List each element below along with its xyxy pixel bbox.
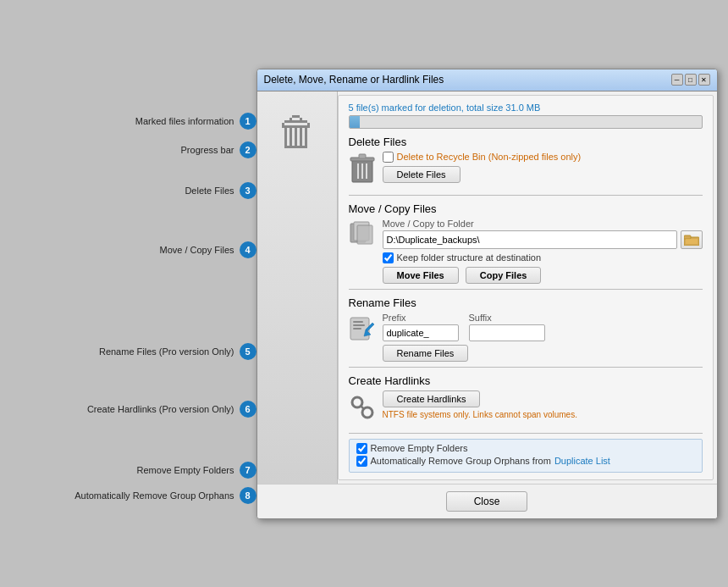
keep-structure-label: Keep folder structure at destination xyxy=(397,252,542,263)
svg-rect-15 xyxy=(353,328,361,329)
rename-content: Prefix Suffix Rename Files xyxy=(349,313,703,362)
suffix-input[interactable] xyxy=(469,324,545,341)
annotation-badge-3: 3 xyxy=(240,182,256,199)
rename-controls: Prefix Suffix Rename Files xyxy=(383,313,703,362)
annotation-label-3: Delete Files xyxy=(185,186,234,196)
annotation-badge-5: 5 xyxy=(240,343,256,360)
titlebar-controls: ─ □ ✕ xyxy=(671,74,710,86)
delete-content: Delete to Recycle Bin (Non-zipped files … xyxy=(349,152,703,190)
divider-3 xyxy=(349,367,703,368)
delete-section: Delete Files xyxy=(349,136,703,190)
move-copy-controls: Move / Copy to Folder xyxy=(383,219,703,284)
svg-rect-11 xyxy=(686,239,698,244)
annotation-label-2: Progress bar xyxy=(181,145,234,155)
trash-icon: 🗑 xyxy=(277,108,317,484)
remove-empty-label: Remove Empty Folders xyxy=(371,443,468,453)
close-button[interactable]: Close xyxy=(446,491,528,512)
hardlinks-icon xyxy=(349,392,376,428)
move-files-button[interactable]: Move Files xyxy=(383,267,459,284)
delete-controls: Delete to Recycle Bin (Non-zipped files … xyxy=(383,152,703,183)
annotation-label-6: Create Hardlinks (Pro version Only) xyxy=(87,404,234,414)
annotation-badge-6: 6 xyxy=(240,401,256,418)
copy-files-button[interactable]: Copy Files xyxy=(466,267,542,284)
maximize-button[interactable]: □ xyxy=(685,74,697,86)
delete-icon xyxy=(349,153,376,190)
main-dialog: Delete, Move, Rename or Hardlink Files ─… xyxy=(256,69,718,519)
hardlinks-content: Create Hardlinks NTFS file systems only.… xyxy=(349,390,703,428)
info-bar: 5 file(s) marked for deletion, total siz… xyxy=(349,102,703,129)
rename-fields: Prefix Suffix xyxy=(383,313,703,341)
marked-files-info: 5 file(s) marked for deletion, total siz… xyxy=(349,102,703,113)
close-area: Close xyxy=(257,484,717,518)
annotation-label-5: Rename Files (Pro version Only) xyxy=(99,346,234,357)
annotation-badge-8: 8 xyxy=(240,487,256,504)
folder-browse-button[interactable] xyxy=(681,230,703,249)
left-panel: 🗑 xyxy=(257,91,338,484)
dialog-titlebar: Delete, Move, Rename or Hardlink Files ─… xyxy=(257,69,717,91)
keep-structure-row: Keep folder structure at destination xyxy=(383,252,703,263)
progress-bar-container xyxy=(349,115,703,129)
recycle-bin-row: Delete to Recycle Bin (Non-zipped files … xyxy=(383,152,703,163)
rename-files-button[interactable]: Rename Files xyxy=(383,345,469,362)
move-copy-icon xyxy=(349,220,376,257)
annotation-label-4: Move / Copy Files xyxy=(159,245,234,255)
annotation-badge-4: 4 xyxy=(240,241,256,258)
rename-header: Rename Files xyxy=(349,296,703,309)
dialog-title: Delete, Move, Rename or Hardlink Files xyxy=(264,74,444,86)
minimize-button[interactable]: ─ xyxy=(671,74,683,86)
remove-orphans-label: Automatically Remove Group Orphans from xyxy=(371,456,551,466)
delete-header: Delete Files xyxy=(349,136,703,148)
remove-empty-row: Remove Empty Folders xyxy=(356,443,695,454)
divider-1 xyxy=(349,195,703,196)
folder-label: Move / Copy to Folder xyxy=(383,219,703,229)
svg-rect-14 xyxy=(353,324,365,326)
rename-section: Rename Files xyxy=(349,296,703,362)
suffix-label: Suffix xyxy=(469,313,545,323)
annotation-label-7: Remove Empty Folders xyxy=(137,465,234,475)
remove-orphans-checkbox[interactable] xyxy=(356,456,367,467)
svg-rect-10 xyxy=(684,235,691,239)
recycle-bin-label: Delete to Recycle Bin (Non-zipped files … xyxy=(397,152,582,162)
folder-row xyxy=(383,230,703,249)
create-hardlinks-button[interactable]: Create Hardlinks xyxy=(383,390,481,407)
move-copy-button-row: Move Files Copy Files xyxy=(383,267,703,284)
bottom-checkboxes: Remove Empty Folders Automatically Remov… xyxy=(349,439,703,473)
hardlinks-controls: Create Hardlinks NTFS file systems only.… xyxy=(383,390,703,419)
svg-line-18 xyxy=(361,406,364,409)
hardlinks-section: Create Hardlinks Create Hardlinks NTFS f… xyxy=(349,374,703,428)
dialog-body: 🗑 5 file(s) marked for deletion, total s… xyxy=(257,91,717,484)
close-button-titlebar[interactable]: ✕ xyxy=(698,74,710,86)
prefix-group: Prefix xyxy=(383,313,459,341)
annotation-badge-7: 7 xyxy=(240,462,256,479)
hardlinks-header: Create Hardlinks xyxy=(349,374,703,387)
progress-bar-fill xyxy=(350,116,360,128)
delete-files-button[interactable]: Delete Files xyxy=(383,166,461,183)
annotations-panel: Marked files information 1 Progress bar … xyxy=(11,69,256,504)
move-copy-content: Move / Copy to Folder xyxy=(349,219,703,284)
keep-structure-checkbox[interactable] xyxy=(383,252,394,263)
annotation-label-1: Marked files information xyxy=(135,116,234,126)
remove-orphans-row: Automatically Remove Group Orphans from … xyxy=(356,456,695,467)
annotation-label-8: Automatically Remove Group Orphans xyxy=(74,490,234,501)
svg-rect-13 xyxy=(353,321,363,323)
move-copy-section: Move / Copy Files Move / Copy to Folder xyxy=(349,202,703,284)
rename-icon xyxy=(349,314,376,347)
right-panel: 5 file(s) marked for deletion, total siz… xyxy=(338,95,714,480)
move-copy-header: Move / Copy Files xyxy=(349,202,703,215)
divider-4 xyxy=(349,433,703,434)
prefix-label: Prefix xyxy=(383,313,459,323)
suffix-group: Suffix xyxy=(469,313,545,341)
annotation-badge-1: 1 xyxy=(240,113,256,130)
folder-input[interactable] xyxy=(383,230,677,249)
divider-2 xyxy=(349,289,703,290)
annotation-badge-2: 2 xyxy=(240,141,256,158)
duplicate-list-link[interactable]: Duplicate List xyxy=(554,456,610,466)
prefix-input[interactable] xyxy=(383,324,459,341)
ntfs-note: NTFS file systems only. Links cannot spa… xyxy=(383,410,703,419)
recycle-bin-checkbox[interactable] xyxy=(383,152,394,163)
svg-rect-2 xyxy=(359,154,366,158)
remove-empty-checkbox[interactable] xyxy=(356,443,367,454)
svg-rect-8 xyxy=(357,225,372,244)
